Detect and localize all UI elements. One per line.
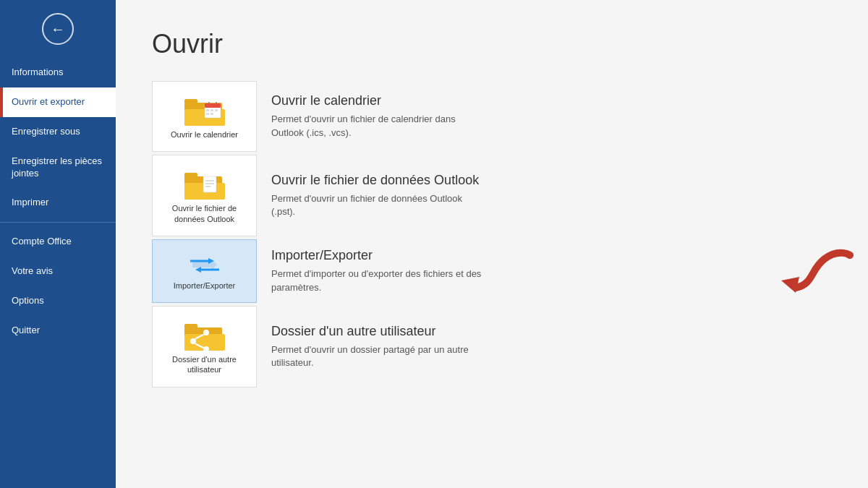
open-item-icon-donnees: Ouvrir le fichier de données Outlook [152, 155, 257, 236]
sidebar-item-ouvrir-exporter[interactable]: Ouvrir et exporter [0, 87, 116, 117]
sidebar-item-options[interactable]: Options [0, 286, 116, 316]
svg-rect-11 [210, 113, 213, 115]
svg-point-26 [203, 330, 209, 335]
icon-label-importer: Importer/Exporter [174, 281, 236, 291]
sidebar-item-votre-avis[interactable]: Votre avis [0, 257, 116, 286]
sidebar-item-quitter[interactable]: Quitter [0, 316, 116, 346]
icon-label-calendrier: Ouvrir le calendrier [171, 129, 238, 140]
svg-rect-15 [203, 176, 216, 192]
item-desc-donnees: Permet d'ouvrir un fichier de données Ou… [271, 192, 488, 218]
item-desc-calendrier: Permet d'ouvrir un fichier de calendrier… [271, 113, 488, 139]
open-item-text-calendrier: Ouvrir le calendrier Permet d'ouvrir un … [257, 81, 503, 152]
open-item-text-donnees: Ouvrir le fichier de données Outlook Per… [257, 155, 503, 236]
svg-marker-20 [195, 267, 201, 273]
sidebar-item-compte-office[interactable]: Compte Office [0, 227, 116, 257]
folder-share-icon [183, 318, 226, 354]
red-arrow-annotation [760, 241, 854, 301]
item-title-calendrier: Ouvrir le calendrier [271, 93, 488, 108]
open-item-icon-importer: Importer/Exporter [152, 239, 257, 303]
svg-rect-9 [215, 109, 218, 111]
open-item-text-importer: Importer/Exporter Permet d'importer ou d… [257, 239, 503, 303]
svg-point-27 [203, 346, 209, 352]
main-content: Ouvrir [116, 0, 868, 488]
svg-marker-21 [781, 277, 799, 293]
folder-doc-icon [183, 167, 226, 203]
items-container: Ouvrir le calendrier Ouvrir le calendrie… [152, 81, 832, 388]
open-item-importer[interactable]: Importer/Exporter Importer/Exporter Perm… [152, 239, 832, 303]
back-button[interactable]: ← [0, 0, 116, 58]
item-title-importer: Importer/Exporter [271, 248, 488, 263]
open-item-icon-calendrier: Ouvrir le calendrier [152, 81, 257, 152]
svg-rect-7 [206, 109, 209, 111]
red-arrow-svg [760, 241, 854, 299]
svg-rect-4 [205, 103, 221, 108]
svg-rect-10 [206, 113, 209, 115]
open-item-icon-dossier: Dossier d'un autre utilisateur [152, 306, 257, 388]
svg-point-25 [190, 338, 196, 344]
sidebar-item-imprimer[interactable]: Imprimer [0, 188, 116, 218]
sidebar: ← Informations Ouvrir et exporter Enregi… [0, 0, 116, 488]
item-desc-dossier: Permet d'ouvrir un dossier partagé par u… [271, 343, 488, 369]
icon-label-donnees: Ouvrir le fichier de données Outlook [160, 203, 249, 224]
sidebar-item-enregistrer-pieces[interactable]: Enregistrer les pièces jointes [0, 147, 116, 189]
item-title-donnees: Ouvrir le fichier de données Outlook [271, 173, 488, 188]
sidebar-divider [0, 222, 116, 223]
open-item-dossier-autre[interactable]: Dossier d'un autre utilisateur Dossier d… [152, 306, 832, 388]
item-title-dossier: Dossier d'un autre utilisateur [271, 324, 488, 339]
folder-calendar-icon [183, 93, 226, 129]
open-item-text-dossier: Dossier d'un autre utilisateur Permet d'… [257, 306, 503, 388]
page-title: Ouvrir [152, 29, 832, 59]
item-desc-importer: Permet d'importer ou d'exporter des fich… [271, 267, 488, 294]
back-arrow-icon: ← [51, 22, 65, 36]
exchange-icon [187, 252, 223, 281]
open-item-donnees[interactable]: Ouvrir le fichier de données Outlook Ouv… [152, 155, 832, 236]
sidebar-item-enregistrer-sous[interactable]: Enregistrer sous [0, 117, 116, 147]
open-item-calendrier[interactable]: Ouvrir le calendrier Ouvrir le calendrie… [152, 81, 832, 152]
back-circle[interactable]: ← [42, 13, 74, 45]
sidebar-item-informations[interactable]: Informations [0, 58, 116, 87]
svg-rect-8 [210, 109, 213, 111]
icon-label-dossier: Dossier d'un autre utilisateur [160, 354, 249, 375]
